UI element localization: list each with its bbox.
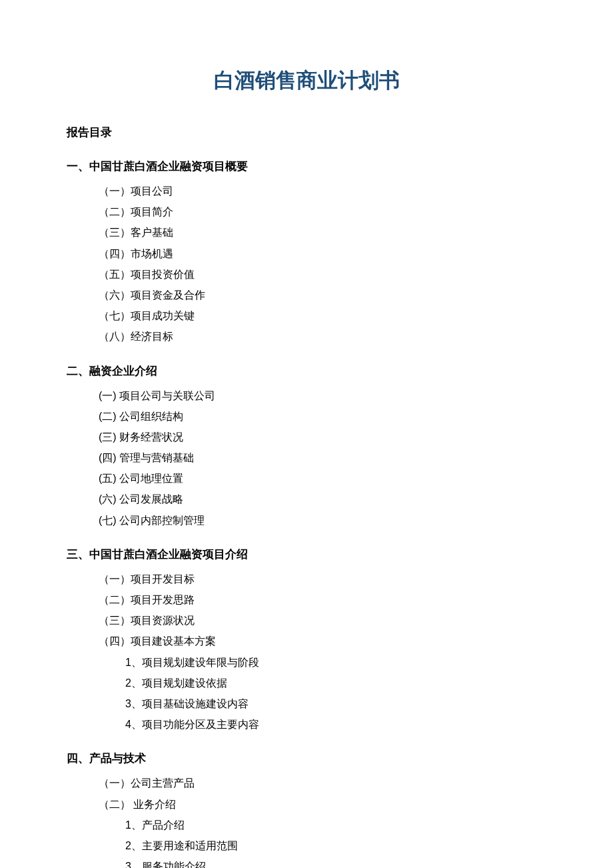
toc-item: （六）项目资金及合作	[67, 285, 546, 305]
toc-item: （三）项目资源状况	[67, 610, 546, 631]
toc-item: （四）项目建设基本方案	[67, 631, 546, 651]
toc-item: (三) 财务经营状况	[67, 427, 546, 447]
toc-item: (七) 公司内部控制管理	[67, 510, 546, 531]
section-3: 三、中国甘蔗白酒企业融资项目介绍 （一）项目开发目标 （二）项目开发思路 （三）…	[67, 547, 546, 735]
section-1-heading: 一、中国甘蔗白酒企业融资项目概要	[67, 159, 546, 174]
toc-subitem: 1、项目规划建设年限与阶段	[67, 652, 546, 673]
toc-subitem: 1、产品介绍	[67, 815, 546, 835]
toc-item: （二）项目开发思路	[67, 589, 546, 610]
toc-item: （一）项目公司	[67, 181, 546, 201]
section-4-heading: 四、产品与技术	[67, 751, 546, 766]
toc-item: （二）项目简介	[67, 201, 546, 222]
section-1: 一、中国甘蔗白酒企业融资项目概要 （一）项目公司 （二）项目简介 （三）客户基础…	[67, 159, 546, 347]
toc-item: (四) 管理与营销基础	[67, 447, 546, 468]
toc-item: (六) 公司发展战略	[67, 489, 546, 509]
toc-item: （七）项目成功关键	[67, 305, 546, 326]
section-2: 二、融资企业介绍 (一) 项目公司与关联公司 (二) 公司组织结构 (三) 财务…	[67, 363, 546, 531]
toc-item: （一）公司主营产品	[67, 773, 546, 793]
toc-item: （三）客户基础	[67, 222, 546, 243]
toc-item: （一）项目开发目标	[67, 569, 546, 589]
document-title: 白酒销售商业计划书	[67, 67, 546, 95]
toc-item: （五）项目投资价值	[67, 264, 546, 285]
section-2-heading: 二、融资企业介绍	[67, 363, 546, 379]
toc-item: （四）市场机遇	[67, 243, 546, 264]
section-3-heading: 三、中国甘蔗白酒企业融资项目介绍	[67, 547, 546, 562]
toc-item: （八）经济目标	[67, 326, 546, 347]
toc-subitem: 2、项目规划建设依据	[67, 673, 546, 693]
toc-subitem: 3、项目基础设施建设内容	[67, 693, 546, 714]
toc-item: (一) 项目公司与关联公司	[67, 385, 546, 406]
toc-item: （二） 业务介绍	[67, 794, 546, 815]
toc-subitem: 2、主要用途和适用范围	[67, 835, 546, 856]
toc-item: (二) 公司组织结构	[67, 406, 546, 427]
toc-header: 报告目录	[67, 125, 546, 140]
toc-subitem: 4、项目功能分区及主要内容	[67, 714, 546, 735]
toc-subitem: 3、服务功能介绍	[67, 856, 546, 868]
section-4: 四、产品与技术 （一）公司主营产品 （二） 业务介绍 1、产品介绍 2、主要用途…	[67, 751, 546, 868]
toc-item: (五) 公司地理位置	[67, 468, 546, 489]
